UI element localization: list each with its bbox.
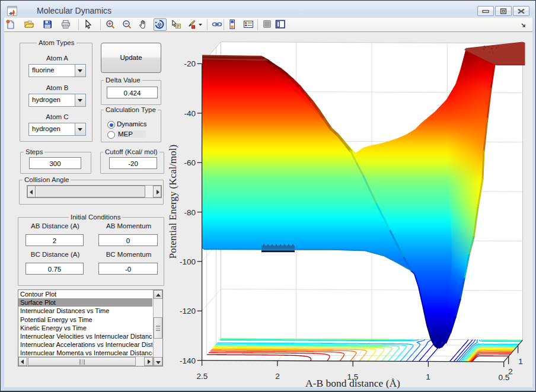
svg-text:1: 1 [518, 357, 523, 366]
svg-text:Potential Energy (Kcal/mol): Potential Energy (Kcal/mol) [167, 145, 178, 259]
svg-text:2: 2 [275, 372, 280, 381]
svg-text:-80: -80 [184, 208, 196, 217]
svg-text:-20: -20 [184, 59, 196, 68]
svg-text:2: 2 [508, 367, 513, 376]
svg-text:A-B bond distance (Å): A-B bond distance (Å) [305, 377, 400, 389]
svg-text:-40: -40 [184, 109, 196, 118]
svg-text:-60: -60 [184, 158, 196, 167]
svg-text:-120: -120 [180, 307, 196, 315]
svg-text:1: 1 [426, 372, 430, 381]
svg-text:-140: -140 [180, 356, 196, 365]
svg-text:2.5: 2.5 [197, 372, 208, 381]
svg-text:-100: -100 [180, 257, 196, 266]
